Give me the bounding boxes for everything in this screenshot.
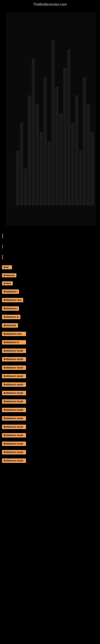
result-item-1: Bottleneck [2, 273, 98, 277]
result-badge-11: Bottleneck result [2, 357, 26, 362]
chart-bar [16, 150, 19, 206]
result-badge-8: Bottleneck resu [2, 332, 26, 336]
result-item-12: Bottleneck result [2, 366, 98, 370]
result-item-7: Bottleneck [2, 323, 98, 328]
result-item-0: Bottl [2, 265, 98, 269]
chart-bar [20, 123, 23, 206]
result-badge-23: Bottleneck result [2, 458, 26, 463]
result-badge-2: Bottlen [2, 281, 13, 285]
chart-bar [87, 105, 90, 206]
result-item-23: Bottleneck result [2, 458, 98, 463]
pipe-marker: | [2, 244, 98, 248]
pipe-icon: | [2, 244, 3, 248]
result-item-18: Bottleneck result [2, 416, 98, 420]
results-section: [ | [ Bottl Bottleneck Bottlen Bottlenec… [0, 230, 100, 463]
result-item-13: Bottleneck result [2, 374, 98, 378]
chart-bar [28, 96, 31, 206]
chart-bar [63, 68, 67, 206]
bracket-marker-1: [ [2, 234, 98, 238]
result-item-20: Bottleneck result [2, 433, 98, 438]
result-item-15: Bottleneck result [2, 391, 98, 395]
result-badge-16: Bottleneck result [2, 399, 26, 404]
chart-bar [75, 96, 78, 206]
chart-bar [32, 59, 35, 206]
result-badge-1: Bottleneck [2, 273, 16, 277]
result-badge-14: Bottleneck result [2, 382, 26, 387]
result-badge-5: Bottleneck r [2, 306, 19, 311]
result-item-3: Bottleneck r [2, 290, 98, 294]
bracket-marker-2: [ [2, 254, 98, 259]
chart-bar [51, 41, 55, 206]
result-item-6: Bottleneck re [2, 315, 98, 319]
result-badge-22: Bottleneck result [2, 450, 26, 454]
result-item-5: Bottleneck r [2, 306, 98, 311]
result-badge-3: Bottleneck r [2, 290, 19, 294]
chart-bar [91, 132, 94, 206]
result-badge-7: Bottleneck [2, 323, 18, 328]
result-badge-15: Bottleneck result [2, 391, 26, 395]
result-item-19: Bottleneck result [2, 425, 98, 429]
result-badge-10: Bottleneck result [2, 348, 26, 353]
chart-inner [6, 12, 96, 226]
result-badge-4: Bottleneck resu [2, 298, 23, 302]
result-item-22: Bottleneck result [2, 450, 98, 454]
result-item-10: Bottleneck result [2, 348, 98, 353]
chart-bar [55, 86, 59, 206]
result-item-16: Bottleneck result [2, 399, 98, 404]
chart-bar [83, 77, 86, 206]
result-item-2: Bottlen [2, 281, 98, 285]
result-badge-13: Bottleneck result [2, 374, 26, 378]
result-badge-19: Bottleneck result [2, 425, 26, 429]
result-badge-0: Bottl [2, 265, 12, 269]
chart-bar [48, 142, 51, 206]
result-badge-20: Bottleneck result [2, 433, 26, 438]
result-item-21: Bottleneck result [2, 442, 98, 446]
chart-bars [16, 22, 94, 206]
chart-bar [44, 77, 47, 206]
result-badge-9: Bottleneck re [2, 340, 26, 344]
result-item-17: Bottleneck result [2, 408, 98, 412]
bracket-icon-2: [ [2, 254, 98, 259]
chart-area [0, 8, 100, 230]
result-item-4: Bottleneck resu [2, 298, 98, 302]
result-item-14: Bottleneck result [2, 382, 98, 387]
chart-bar [59, 114, 63, 206]
result-item-11: Bottleneck result [2, 357, 98, 362]
result-item-9: Bottleneck re [2, 340, 98, 344]
chart-bar [40, 132, 43, 206]
chart-bar [79, 150, 82, 206]
result-item-8: Bottleneck resu [2, 332, 98, 336]
site-title: TheBottlenecker.com [0, 0, 100, 8]
chart-bar [71, 123, 74, 206]
result-badge-6: Bottleneck re [2, 315, 20, 319]
bracket-icon-1: [ [2, 234, 98, 238]
result-badge-18: Bottleneck result [2, 416, 26, 420]
chart-bar [24, 169, 27, 206]
result-badge-21: Bottleneck result [2, 442, 26, 446]
result-badge-12: Bottleneck result [2, 366, 26, 370]
chart-bar [36, 105, 39, 206]
chart-bar [67, 50, 71, 206]
result-badge-17: Bottleneck result [2, 408, 26, 412]
